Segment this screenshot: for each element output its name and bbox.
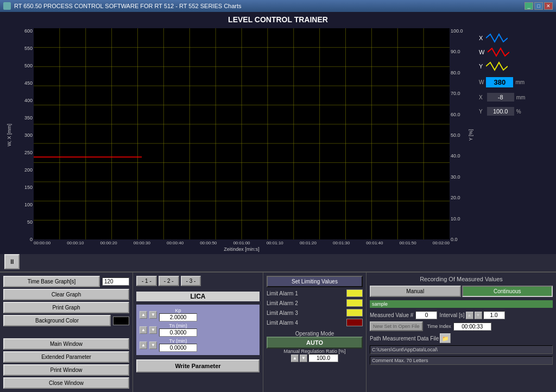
chart-area: W, X [mm] 600 550 500 450 400 350 300 25… [0,26,556,254]
write-parameter-button[interactable]: Write Parameter [136,359,260,372]
time-base-input[interactable] [102,277,129,286]
alarm4-label: Limit Alarm 4 [267,320,344,326]
extended-parameter-button[interactable]: Extended Parameter [3,351,129,363]
main-container: LEVEL CONTROL TRAINER W, X [mm] 600 550 … [0,12,556,392]
bottom-area: ⏸ [0,254,556,271]
kp-input[interactable] [159,313,197,321]
kp-up-button[interactable]: ▲ [140,311,147,319]
alarm-panel: Set Limiting Values Limit Alarm 1 Limit … [263,273,367,392]
alarm4-row: Limit Alarm 4 [267,319,363,326]
alarm2-label: Limit Alarm 2 [267,300,344,306]
manual-record-button[interactable]: Manual [370,286,461,297]
op-mode-section: Operating Mode AUTO Manual Regulation Ra… [267,331,363,362]
x-value-row: X -8 mm [479,93,548,102]
app-icon [3,2,11,10]
y-axis-right-labels: 100.0 90.0 80.0 70.0 60.0 50.0 40.0 30.0… [450,28,466,252]
clear-graph-button[interactable]: Clear Graph [3,289,129,300]
ratio-input[interactable] [308,354,338,362]
tv-input[interactable] [159,344,197,352]
tab-3-button[interactable]: - 3 - [181,276,201,286]
print-graph-button[interactable]: Print Graph [3,302,129,313]
recording-title: Recording Of Measured Values [370,276,553,282]
sample-text: sample [372,301,388,307]
minimize-button[interactable]: _ [525,2,533,10]
tv-up-button[interactable]: ▲ [140,342,147,349]
time-base-button[interactable]: Time Base Graph[s] [3,276,100,287]
measured-label: Measured Value # [370,312,413,318]
app-title: LEVEL CONTROL TRAINER [0,12,556,26]
continuous-record-button[interactable]: Continuous [462,286,553,297]
kp-down-button[interactable]: ▼ [149,311,157,319]
pause-button[interactable]: ⏸ [4,254,20,269]
tn-input[interactable] [159,328,197,337]
rec-btn-row: Manual Continuous [370,286,553,297]
title-bar: RT 650.50 PROCESS CONTROL SOFTWARE FOR R… [0,0,556,12]
y-unit: % [516,109,521,115]
chart-wrapper: W, X [mm] 600 550 500 450 400 350 300 25… [4,28,476,252]
chart-grid [34,28,450,239]
folder-button[interactable]: 📁 [440,333,451,343]
op-mode-label: Operating Mode [267,331,363,337]
y-axis-left-title-wrap: W, X [mm] [4,28,14,252]
maximize-button[interactable]: □ [534,2,543,10]
window-controls: _ □ ✕ [525,2,553,10]
ratio-down-button[interactable]: ▼ [300,355,307,362]
interval-row: Interval [s] ▲ ▼ [439,311,504,319]
legend-x-label: X [479,35,483,41]
measured-value-input[interactable] [415,311,437,319]
path-input[interactable] [370,345,553,354]
w-label: W [479,79,484,85]
alarm1-row: Limit Alarm 1 [267,289,363,297]
background-color-preview [113,317,129,325]
sample-bar: sample [370,300,553,308]
path-row: Path Measurement Data File 📁 [370,333,553,343]
legend-y-label: Y [479,63,483,69]
alarm4-color [346,319,363,326]
tn-row: ▲ ▼ Tn (min) [140,323,256,337]
close-button[interactable]: ✕ [544,2,553,10]
tab-row: - 1 - - 2 - - 3 - [136,276,260,286]
w-value-input[interactable] [486,77,513,87]
comment-input[interactable] [370,356,553,365]
legend-y-row: Y [479,61,548,72]
alarm3-label: Limit Alarm 3 [267,310,344,316]
bottom-section: Time Base Graph[s] Clear Graph Print Gra… [0,271,556,392]
tn-label: Tn (min) [159,323,197,328]
interval-input[interactable] [483,311,505,319]
tab-1-button[interactable]: - 1 - [136,276,157,286]
alarm2-row: Limit Alarm 2 [267,299,363,307]
alarm2-color [346,299,363,307]
time-index-input[interactable] [453,323,491,331]
y-axis-right-title: Y [%] [468,129,473,141]
kp-label: Kp [159,308,197,313]
tn-down-button[interactable]: ▼ [149,326,157,334]
tv-down-button[interactable]: ▼ [149,342,157,349]
tab-2-button[interactable]: - 2 - [159,276,179,286]
tv-label: Tv (min) [159,338,197,344]
alarm3-row: Limit Alarm 3 [267,309,363,317]
op-mode-button[interactable]: AUTO [267,337,363,349]
new-set-button[interactable]: New Set In Open File [370,321,423,331]
x-axis-title: Zeitindex [min:s] [34,246,450,252]
print-window-button[interactable]: Print Window [3,364,129,376]
y-axis-right-title-wrap: Y [%] [466,28,476,252]
path-label: Path Measurement Data File [370,336,439,342]
y-value-row: Y 100.0 % [479,107,548,116]
legend-x-row: X [479,33,548,43]
tn-up-button[interactable]: ▲ [140,326,147,334]
close-window-button[interactable]: Close Window [3,377,129,389]
interval-up-button[interactable]: ▲ [466,312,473,319]
background-color-button[interactable]: Background Color [3,315,111,326]
x-unit: mm [516,94,526,100]
middle-panel: - 1 - - 2 - - 3 - LICA ▲ ▼ Kp ▲ [133,273,263,392]
legend-w-row: W [479,47,548,58]
left-controls: Time Base Graph[s] Clear Graph Print Gra… [0,273,133,392]
kp-row: ▲ ▼ Kp [140,308,256,321]
right-panel: X W Y W mm [476,28,552,252]
interval-down-button[interactable]: ▼ [475,312,482,319]
interval-label: Interval [s] [439,312,464,318]
set-limiting-values-button[interactable]: Set Limiting Values [267,276,363,287]
ratio-up-button[interactable]: ▲ [291,355,299,362]
main-window-button[interactable]: Main Window [3,338,129,350]
measured-row: Measured Value # [370,311,437,319]
